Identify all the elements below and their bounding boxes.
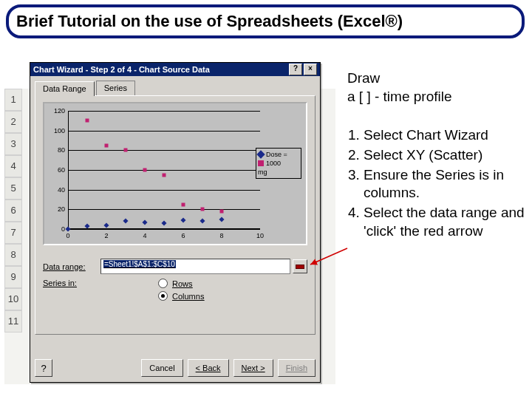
chart-legend: Dose =1000mg — [256, 148, 301, 179]
instruction-step: Select Chart Wizard — [364, 126, 529, 145]
tab-pane: 0204060801001200246810 Dose =1000mg Data… — [35, 95, 316, 335]
close-icon[interactable]: × — [304, 64, 317, 75]
finish-button[interactable]: Finish — [278, 359, 316, 377]
collapse-dialog-button[interactable] — [293, 259, 307, 273]
row-header: 10 — [4, 288, 22, 310]
tutorial-title-banner: Brief Tutorial on the use of Spreadsheet… — [6, 4, 525, 38]
row-header: 4 — [4, 155, 22, 177]
instructions: Draw a [ ] - time profile Select Chart W… — [347, 69, 529, 242]
dialog-titlebar: Chart Wizard - Step 2 of 4 - Chart Sourc… — [30, 63, 320, 76]
chart-wizard-dialog: Chart Wizard - Step 2 of 4 - Chart Sourc… — [30, 62, 321, 383]
radio-rows[interactable]: Rows — [158, 279, 204, 288]
row-header: 11 — [4, 310, 22, 332]
next-button[interactable]: Next > — [233, 359, 273, 377]
tab-data-range[interactable]: Data Range — [35, 81, 95, 96]
row-header: 6 — [4, 200, 22, 222]
instruction-step: Ensure the Series is in columns. — [364, 166, 529, 202]
help-icon[interactable]: ? — [289, 64, 302, 75]
help-button[interactable]: ? — [35, 359, 52, 377]
row-header: 3 — [4, 133, 22, 155]
row-header: 5 — [4, 177, 22, 200]
tab-strip: Data Range Series — [35, 81, 316, 95]
cancel-button[interactable]: Cancel — [141, 359, 183, 377]
row-header: 2 — [4, 111, 22, 133]
row-header: 8 — [4, 244, 22, 266]
red-arrow-icon — [296, 265, 304, 269]
series-in-label: Series in: — [43, 279, 100, 287]
chart-preview: 0204060801001200246810 Dose =1000mg — [43, 102, 307, 245]
data-range-input[interactable]: =Sheet1!$A$1:$C$10 — [100, 259, 290, 274]
instructions-heading: Draw a [ ] - time profile — [347, 69, 529, 106]
row-header: 1 — [4, 89, 22, 111]
instruction-step: Select XY (Scatter) — [364, 146, 529, 165]
tab-series[interactable]: Series — [96, 81, 135, 95]
row-header: 7 — [4, 222, 22, 244]
row-header: 9 — [4, 266, 22, 288]
radio-columns[interactable]: Columns — [158, 291, 204, 301]
tutorial-title: Brief Tutorial on the use of Spreadsheet… — [16, 12, 403, 31]
data-range-label: Data range: — [43, 262, 100, 271]
back-button[interactable]: < Back — [188, 359, 229, 377]
instruction-step: Select the data range and 'click' the re… — [364, 204, 529, 240]
dialog-button-bar: ? Cancel < Back Next > Finish — [30, 354, 320, 382]
dialog-title: Chart Wizard - Step 2 of 4 - Chart Sourc… — [33, 65, 210, 74]
